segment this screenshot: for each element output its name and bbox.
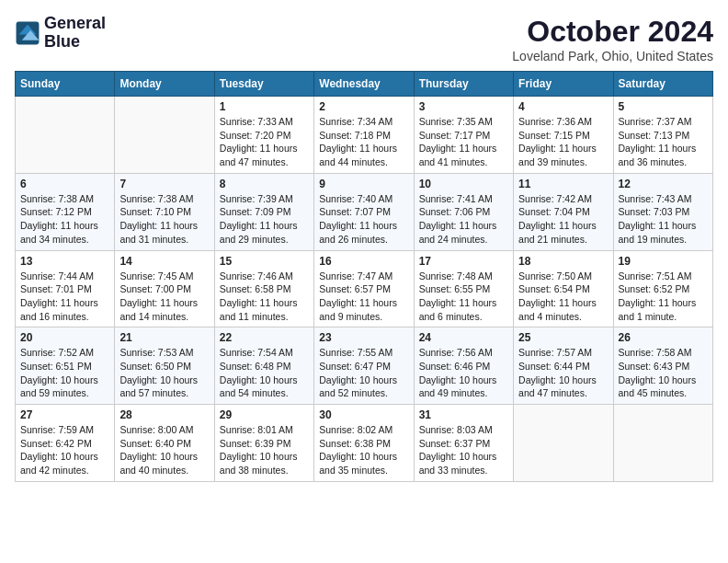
- calendar-cell: 15Sunrise: 7:46 AMSunset: 6:58 PMDayligh…: [214, 250, 313, 327]
- calendar-cell: 9Sunrise: 7:40 AMSunset: 7:07 PMDaylight…: [314, 173, 414, 250]
- day-number: 27: [20, 408, 109, 421]
- logo-line2: Blue: [44, 33, 106, 52]
- day-number: 25: [518, 331, 608, 344]
- logo: General Blue: [15, 15, 106, 52]
- day-info: Sunrise: 7:54 AMSunset: 6:48 PMDaylight:…: [220, 346, 309, 400]
- calendar-cell: 2Sunrise: 7:34 AMSunset: 7:18 PMDaylight…: [314, 97, 414, 174]
- day-number: 15: [220, 255, 309, 268]
- day-info: Sunrise: 7:51 AMSunset: 6:52 PMDaylight:…: [619, 270, 708, 324]
- day-info: Sunrise: 7:57 AMSunset: 6:44 PMDaylight:…: [518, 346, 608, 400]
- calendar-week: 20Sunrise: 7:52 AMSunset: 6:51 PMDayligh…: [16, 327, 713, 405]
- logo-icon: [15, 20, 40, 46]
- calendar-cell: 20Sunrise: 7:52 AMSunset: 6:51 PMDayligh…: [16, 327, 115, 405]
- calendar-cell: 14Sunrise: 7:45 AMSunset: 7:00 PMDayligh…: [115, 250, 214, 327]
- day-info: Sunrise: 7:48 AMSunset: 6:55 PMDaylight:…: [419, 270, 508, 324]
- weekday-header: Saturday: [613, 72, 712, 97]
- weekday-header: Tuesday: [214, 72, 313, 97]
- day-info: Sunrise: 7:44 AMSunset: 7:01 PMDaylight:…: [20, 270, 109, 324]
- day-info: Sunrise: 7:37 AMSunset: 7:13 PMDaylight:…: [619, 115, 708, 169]
- calendar-cell: 22Sunrise: 7:54 AMSunset: 6:48 PMDayligh…: [214, 327, 313, 405]
- day-info: Sunrise: 7:41 AMSunset: 7:06 PMDaylight:…: [419, 192, 508, 247]
- weekday-header: Monday: [115, 72, 214, 97]
- day-info: Sunrise: 8:01 AMSunset: 6:39 PMDaylight:…: [220, 423, 309, 477]
- calendar-cell: 12Sunrise: 7:43 AMSunset: 7:03 PMDayligh…: [613, 173, 712, 250]
- day-info: Sunrise: 7:42 AMSunset: 7:04 PMDaylight:…: [518, 192, 608, 247]
- day-number: 30: [319, 408, 408, 421]
- day-number: 22: [220, 331, 309, 344]
- calendar-cell: 7Sunrise: 7:38 AMSunset: 7:10 PMDaylight…: [115, 173, 214, 250]
- day-info: Sunrise: 7:56 AMSunset: 6:46 PMDaylight:…: [419, 346, 508, 400]
- calendar-cell: 24Sunrise: 7:56 AMSunset: 6:46 PMDayligh…: [414, 327, 513, 405]
- calendar-cell: 19Sunrise: 7:51 AMSunset: 6:52 PMDayligh…: [613, 250, 712, 327]
- day-number: 6: [20, 178, 109, 190]
- day-number: 20: [20, 331, 109, 344]
- day-info: Sunrise: 7:50 AMSunset: 6:54 PMDaylight:…: [518, 270, 608, 324]
- calendar-cell: 27Sunrise: 7:59 AMSunset: 6:42 PMDayligh…: [16, 405, 115, 482]
- day-number: 24: [419, 331, 508, 344]
- day-info: Sunrise: 7:40 AMSunset: 7:07 PMDaylight:…: [319, 192, 408, 247]
- day-info: Sunrise: 7:38 AMSunset: 7:12 PMDaylight:…: [20, 192, 109, 247]
- page-header: General Blue October 2024 Loveland Park,…: [15, 15, 713, 63]
- calendar-cell: 16Sunrise: 7:47 AMSunset: 6:57 PMDayligh…: [314, 250, 414, 327]
- month-title: October 2024: [512, 15, 713, 49]
- calendar-week: 1Sunrise: 7:33 AMSunset: 7:20 PMDaylight…: [16, 97, 713, 174]
- calendar-cell: [514, 405, 613, 482]
- weekday-row: SundayMondayTuesdayWednesdayThursdayFrid…: [16, 72, 713, 97]
- day-info: Sunrise: 7:35 AMSunset: 7:17 PMDaylight:…: [419, 115, 508, 169]
- weekday-header: Wednesday: [314, 72, 414, 97]
- calendar-cell: 23Sunrise: 7:55 AMSunset: 6:47 PMDayligh…: [314, 327, 414, 405]
- day-number: 28: [119, 408, 209, 421]
- day-number: 8: [220, 178, 309, 190]
- day-number: 12: [619, 178, 708, 190]
- calendar-cell: 30Sunrise: 8:02 AMSunset: 6:38 PMDayligh…: [314, 405, 414, 482]
- day-number: 10: [419, 178, 508, 190]
- day-number: 16: [319, 255, 408, 268]
- calendar-cell: 8Sunrise: 7:39 AMSunset: 7:09 PMDaylight…: [214, 173, 313, 250]
- weekday-header: Sunday: [16, 72, 115, 97]
- day-number: 11: [518, 178, 608, 190]
- day-number: 31: [419, 408, 508, 421]
- day-number: 26: [619, 331, 708, 344]
- day-info: Sunrise: 7:38 AMSunset: 7:10 PMDaylight:…: [119, 192, 209, 247]
- day-info: Sunrise: 8:02 AMSunset: 6:38 PMDaylight:…: [319, 423, 408, 477]
- day-info: Sunrise: 7:47 AMSunset: 6:57 PMDaylight:…: [319, 270, 408, 324]
- calendar-week: 13Sunrise: 7:44 AMSunset: 7:01 PMDayligh…: [16, 250, 713, 327]
- day-info: Sunrise: 7:55 AMSunset: 6:47 PMDaylight:…: [319, 346, 408, 400]
- day-number: 18: [518, 255, 608, 268]
- calendar-week: 6Sunrise: 7:38 AMSunset: 7:12 PMDaylight…: [16, 173, 713, 250]
- day-number: 17: [419, 255, 508, 268]
- day-info: Sunrise: 7:43 AMSunset: 7:03 PMDaylight:…: [619, 192, 708, 247]
- day-info: Sunrise: 7:45 AMSunset: 7:00 PMDaylight:…: [119, 270, 209, 324]
- day-number: 23: [319, 331, 408, 344]
- day-number: 1: [220, 100, 309, 113]
- location: Loveland Park, Ohio, United States: [512, 49, 713, 63]
- calendar-cell: 4Sunrise: 7:36 AMSunset: 7:15 PMDaylight…: [514, 97, 613, 174]
- day-number: 9: [319, 178, 408, 190]
- day-info: Sunrise: 8:03 AMSunset: 6:37 PMDaylight:…: [419, 423, 508, 477]
- calendar-cell: 11Sunrise: 7:42 AMSunset: 7:04 PMDayligh…: [514, 173, 613, 250]
- day-number: 7: [119, 178, 209, 190]
- calendar-cell: [16, 97, 115, 174]
- calendar-cell: 13Sunrise: 7:44 AMSunset: 7:01 PMDayligh…: [16, 250, 115, 327]
- calendar-header: SundayMondayTuesdayWednesdayThursdayFrid…: [16, 72, 713, 97]
- day-number: 5: [619, 100, 708, 113]
- logo-text: General Blue: [44, 15, 106, 52]
- calendar-cell: 29Sunrise: 8:01 AMSunset: 6:39 PMDayligh…: [214, 405, 313, 482]
- day-number: 13: [20, 255, 109, 268]
- day-info: Sunrise: 7:53 AMSunset: 6:50 PMDaylight:…: [119, 346, 209, 400]
- calendar-cell: 17Sunrise: 7:48 AMSunset: 6:55 PMDayligh…: [414, 250, 513, 327]
- calendar-cell: 10Sunrise: 7:41 AMSunset: 7:06 PMDayligh…: [414, 173, 513, 250]
- calendar-week: 27Sunrise: 7:59 AMSunset: 6:42 PMDayligh…: [16, 405, 713, 482]
- day-info: Sunrise: 7:36 AMSunset: 7:15 PMDaylight:…: [518, 115, 608, 169]
- calendar-cell: 3Sunrise: 7:35 AMSunset: 7:17 PMDaylight…: [414, 97, 513, 174]
- calendar-cell: 18Sunrise: 7:50 AMSunset: 6:54 PMDayligh…: [514, 250, 613, 327]
- day-info: Sunrise: 7:46 AMSunset: 6:58 PMDaylight:…: [220, 270, 309, 324]
- day-info: Sunrise: 7:59 AMSunset: 6:42 PMDaylight:…: [20, 423, 109, 477]
- calendar-cell: 26Sunrise: 7:58 AMSunset: 6:43 PMDayligh…: [613, 327, 712, 405]
- calendar-cell: 25Sunrise: 7:57 AMSunset: 6:44 PMDayligh…: [514, 327, 613, 405]
- day-number: 3: [419, 100, 508, 113]
- day-info: Sunrise: 7:39 AMSunset: 7:09 PMDaylight:…: [220, 192, 309, 247]
- calendar-cell: 31Sunrise: 8:03 AMSunset: 6:37 PMDayligh…: [414, 405, 513, 482]
- title-block: October 2024 Loveland Park, Ohio, United…: [512, 15, 713, 63]
- day-number: 19: [619, 255, 708, 268]
